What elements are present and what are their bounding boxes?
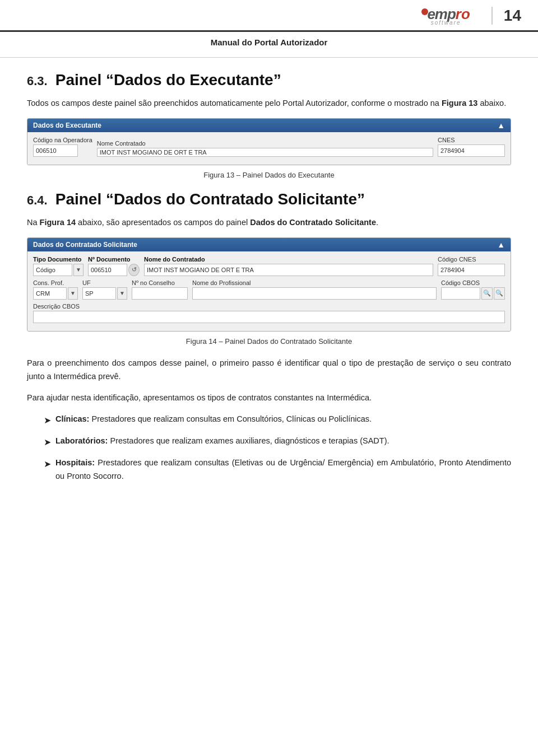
label-num-conselho: Nº no Conselho [132, 279, 188, 286]
field-codigo-cbos: Código CBOS 🔍 🔍 [441, 279, 505, 300]
panel-contratado-row2: Cons. Prof. CRM ▼ UF SP ▼ Nº no Conselho [33, 279, 505, 300]
section-64-intro-mid: abaixo, são apresentados os campos do pa… [76, 218, 250, 227]
input-tipo-documento: Código [33, 264, 72, 276]
panel-dados-contratado-solicitante: Dados do Contratado Solicitante ▲ Tipo D… [27, 237, 511, 332]
input-nome-contratado-sol: IMOT INST MOGIANO DE ORT E TRA [144, 264, 433, 276]
label-nome-contratado: Nome Contratado [97, 140, 433, 147]
input-cons-prof: CRM [33, 287, 67, 300]
bullet-laboratorios-rest: Prestadores que realizam exames auxiliar… [108, 436, 389, 445]
bullet-laboratorios-text: Laboratórios: Prestadores que realizam e… [55, 435, 389, 450]
bullet-clinicas: ➤ Clínicas: Prestadores que realizam con… [44, 413, 511, 428]
field-num-documento: Nº Documento 006510 ↺ [88, 256, 140, 276]
panel-dados-executante-body: Código na Operadora 006510 Nome Contrata… [27, 132, 511, 165]
bullet-hospitais: ➤ Hospitais: Prestadores que realizam co… [44, 456, 511, 483]
bullet-hospitais-rest: Prestadores que realizam consultas (Elet… [55, 458, 511, 480]
page-number: 14 [491, 7, 521, 25]
field-codigo-operadora: Código na Operadora 006510 [33, 137, 92, 157]
manual-title: Manual do Portal Autorizador [0, 32, 538, 58]
field-num-conselho: Nº no Conselho [132, 279, 188, 300]
bullet-hospitais-text: Hospitais: Prestadores que realizam cons… [55, 456, 511, 483]
bullet-clinicas-bold: Clínicas: [55, 414, 89, 423]
section-64-intro-bold: Figura 14 [40, 218, 76, 227]
input-descricao-cbos [33, 311, 505, 323]
section-63-num: 6.3. [27, 74, 48, 88]
codigo-cbos-search-icon[interactable]: 🔍 [481, 287, 493, 300]
cons-prof-dropdown-icon[interactable]: ▼ [68, 287, 78, 300]
label-codigo-cbos: Código CBOS [441, 279, 505, 286]
input-nome-contratado: IMOT INST MOGIANO DE ORT E TRA [97, 148, 433, 157]
panel-dados-executante-header: Dados do Executante ▲ [27, 119, 511, 132]
input-cnes: 2784904 [438, 144, 505, 157]
section-63-intro-bold: Figura 13 [442, 99, 477, 108]
bullet-clinicas-text: Clínicas: Prestadores que realizam consu… [55, 413, 372, 428]
figure-13-caption: Figura 13 – Painel Dados do Executante [27, 171, 511, 179]
bullet-hospitais-arrow-icon: ➤ [44, 457, 51, 483]
input-codigo-cnes-sol: 2784904 [438, 264, 505, 276]
section-64-title: Painel “Dados do Contratado Solicitante” [55, 190, 365, 208]
section-64-heading: 6.4. Painel “Dados do Contratado Solicit… [27, 190, 511, 208]
label-codigo-operadora: Código na Operadora [33, 137, 92, 143]
panel-scroll-icon: ▲ [497, 121, 505, 130]
section-64-intro-end: . [376, 218, 378, 227]
logo-box: empro software [421, 6, 470, 26]
bullet-clinicas-rest: Prestadores que realizam consultas em Co… [89, 414, 372, 423]
input-nome-profissional [192, 287, 437, 300]
label-nome-profissional: Nome do Profissional [192, 279, 437, 286]
panel-contratado-title: Dados do Contratado Solicitante [33, 241, 137, 249]
input-codigo-operadora: 006510 [33, 144, 78, 157]
field-codigo-cnes-sol: Código CNES 2784904 [438, 256, 505, 276]
section-64-intro-bold2: Dados do Contratado Solicitante [250, 218, 376, 227]
input-uf: SP [82, 287, 116, 300]
logo-software-text: software [431, 20, 461, 26]
section-63-heading: 6.3. Painel “Dados do Executante” [27, 71, 511, 89]
section-63-title: Painel “Dados do Executante” [55, 71, 281, 89]
panel-dados-executante-title: Dados do Executante [33, 122, 101, 129]
panel-contratado-body: Tipo Documento Código ▼ Nº Documento 006… [27, 251, 511, 331]
section-64-para2: Para ajudar nesta identificação, apresen… [27, 391, 511, 405]
label-num-documento: Nº Documento [88, 256, 140, 263]
section-64-para1: Para o preenchimento dos campos desse pa… [27, 357, 511, 384]
panel-contratado-row1: Tipo Documento Código ▼ Nº Documento 006… [33, 256, 505, 276]
input-codigo-cbos [441, 287, 480, 300]
panel-contratado-scroll-icon: ▲ [497, 240, 505, 249]
input-num-conselho [132, 287, 188, 300]
field-cnes: CNES 2784904 [438, 137, 505, 157]
field-nome-profissional: Nome do Profissional [192, 279, 437, 300]
field-uf: UF SP ▼ [82, 279, 127, 300]
section-64-intro-text: Na [27, 218, 40, 227]
label-descricao-cbos: Descrição CBOS [33, 303, 505, 310]
panel-executante-row: Código na Operadora 006510 Nome Contrata… [33, 137, 505, 157]
label-uf: UF [82, 279, 127, 286]
bullet-list: ➤ Clínicas: Prestadores que realizam con… [44, 413, 511, 484]
field-descricao-cbos: Descrição CBOS [33, 303, 505, 323]
label-tipo-documento: Tipo Documento [33, 256, 84, 263]
field-tipo-documento: Tipo Documento Código ▼ [33, 256, 84, 276]
section-63-intro-end: abaixo. [477, 99, 506, 108]
panel-contratado-header: Dados do Contratado Solicitante ▲ [27, 238, 511, 251]
bullet-laboratorios-bold: Laboratórios: [55, 436, 108, 445]
num-doc-refresh-icon[interactable]: ↺ [128, 264, 140, 276]
page-header: empro software 14 [0, 0, 538, 31]
bullet-hospitais-bold: Hospitais: [55, 458, 95, 467]
section-63-intro: Todos os campos deste painel são preench… [27, 97, 511, 110]
uf-dropdown-icon[interactable]: ▼ [117, 287, 127, 300]
figure-14-caption: Figura 14 – Painel Dados do Contratado S… [27, 337, 511, 346]
tipo-doc-dropdown-icon[interactable]: ▼ [73, 264, 84, 276]
label-nome-contratado-sol: Nome do Contratado [144, 256, 433, 263]
input-num-documento: 006510 [88, 264, 127, 276]
logo-area: empro software 14 [421, 6, 521, 26]
section-64-intro: Na Figura 14 abaixo, são apresentados os… [27, 216, 511, 230]
section-63-intro-text: Todos os campos deste painel são preench… [27, 99, 442, 108]
panel-dados-executante: Dados do Executante ▲ Código na Operador… [27, 118, 511, 165]
codigo-cbos-extra-icon[interactable]: 🔍 [494, 287, 505, 300]
bullet-laboratorios-arrow-icon: ➤ [44, 435, 51, 450]
section-64-num: 6.4. [27, 193, 48, 208]
bullet-clinicas-arrow-icon: ➤ [44, 413, 51, 428]
panel-contratado-row3: Descrição CBOS [33, 303, 505, 323]
field-cons-prof: Cons. Prof. CRM ▼ [33, 279, 78, 300]
field-nome-contratado-sol: Nome do Contratado IMOT INST MOGIANO DE … [144, 256, 433, 276]
main-content: 6.3. Painel “Dados do Executante” Todos … [0, 58, 538, 503]
field-nome-contratado: Nome Contratado IMOT INST MOGIANO DE ORT… [97, 140, 433, 157]
label-cnes: CNES [438, 137, 505, 143]
bullet-laboratorios: ➤ Laboratórios: Prestadores que realizam… [44, 435, 511, 450]
